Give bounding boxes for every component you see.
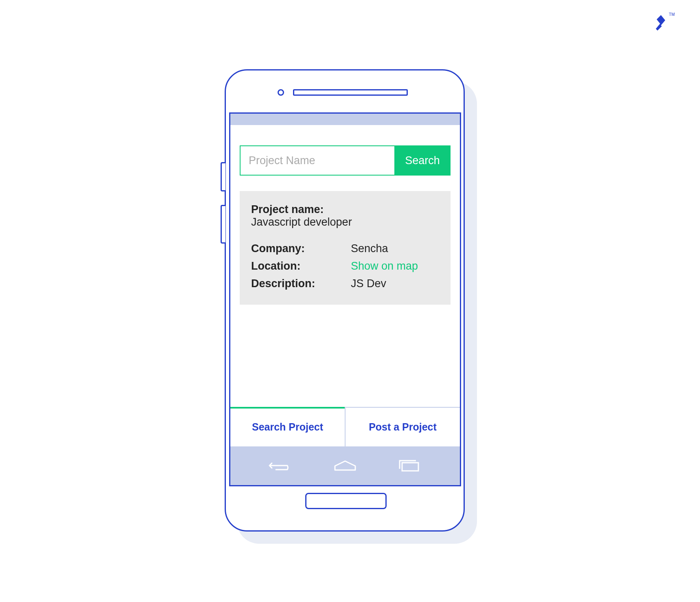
- brand-logo-icon: [652, 14, 669, 31]
- tab-search-label: Search Project: [252, 421, 323, 433]
- tab-post-label: Post a Project: [369, 421, 437, 433]
- side-button-bottom: [221, 205, 225, 244]
- bottom-tabs: Search Project Post a Project: [230, 407, 460, 446]
- speaker-icon: [293, 89, 408, 96]
- android-nav-bar: [230, 446, 460, 485]
- project-card: Project name: Javascript developer Compa…: [240, 191, 451, 305]
- search-bar: Search: [240, 145, 451, 176]
- description-label: Description:: [251, 277, 351, 290]
- description-value: JS Dev: [351, 277, 386, 290]
- search-button[interactable]: Search: [394, 145, 451, 176]
- location-row: Location: Show on map: [251, 257, 439, 275]
- company-label: Company:: [251, 242, 351, 255]
- physical-home-button: [305, 493, 387, 509]
- tab-post-project[interactable]: Post a Project: [346, 408, 460, 446]
- home-icon[interactable]: [331, 459, 359, 473]
- side-button-top: [221, 162, 225, 191]
- tab-search-project[interactable]: Search Project: [230, 408, 346, 446]
- camera-icon: [278, 89, 284, 96]
- project-name-input[interactable]: [240, 145, 394, 176]
- recent-apps-icon[interactable]: [394, 459, 422, 473]
- project-name-label: Project name:: [251, 203, 439, 216]
- app-content: Search Project name: Javascript develope…: [230, 125, 460, 422]
- location-label: Location:: [251, 260, 351, 272]
- back-icon[interactable]: [268, 459, 296, 473]
- company-row: Company: Sencha: [251, 240, 439, 257]
- phone-mockup: Search Project name: Javascript develope…: [225, 69, 473, 540]
- project-name-value: Javascript developer: [251, 216, 439, 228]
- svg-rect-0: [402, 463, 418, 471]
- show-on-map-link[interactable]: Show on map: [351, 260, 418, 272]
- description-row: Description: JS Dev: [251, 275, 439, 292]
- phone-screen: Search Project name: Javascript develope…: [229, 112, 461, 486]
- trademark-symbol: TM: [669, 12, 675, 17]
- status-bar: [230, 114, 460, 125]
- company-value: Sencha: [351, 242, 388, 255]
